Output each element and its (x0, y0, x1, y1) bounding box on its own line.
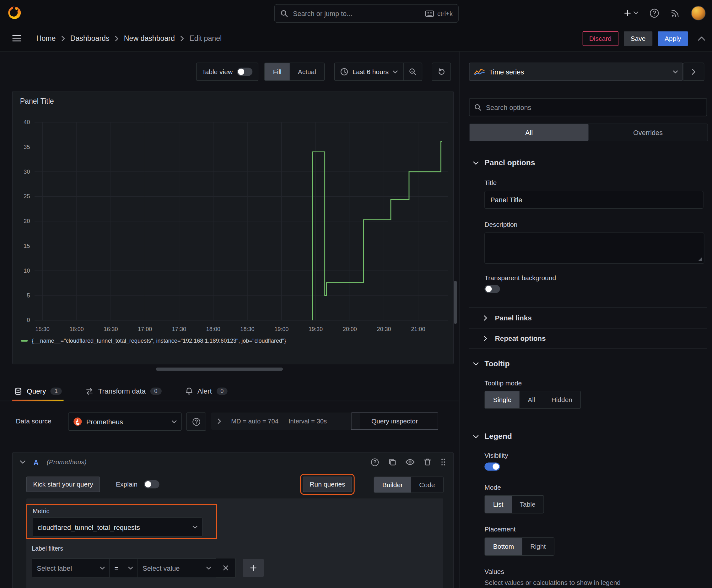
legend-placement-switch: Bottom Right (484, 538, 554, 555)
actual-option[interactable]: Actual (290, 63, 324, 80)
legend-header[interactable]: Legend (473, 432, 512, 441)
tab-overrides[interactable]: Overrides (589, 124, 708, 141)
database-icon (14, 387, 22, 395)
time-range-picker[interactable]: Last 6 hours (335, 63, 403, 80)
apply-button[interactable]: Apply (658, 31, 688, 46)
options-search[interactable]: Search options (469, 98, 707, 115)
visualization-value: Time series (489, 68, 669, 76)
builder-option[interactable]: Builder (374, 477, 411, 492)
horizontal-scrollbar[interactable] (156, 368, 283, 371)
tooltip-all[interactable]: All (520, 391, 543, 408)
series-label[interactable]: {__name__="cloudflared_tunnel_total_requ… (32, 338, 286, 344)
query-datasource-hint: (Prometheus) (47, 458, 87, 465)
grafana-logo[interactable] (7, 5, 22, 20)
tab-query-label: Query (27, 387, 46, 395)
tooltip-hidden[interactable]: Hidden (543, 391, 581, 408)
svg-text:20: 20 (24, 218, 30, 224)
global-search-input[interactable]: Search or jump to... ctrl+k (274, 4, 459, 23)
chevron-down-icon (673, 70, 678, 73)
datasource-help-button[interactable] (186, 413, 206, 430)
mode-list[interactable]: List (485, 496, 512, 513)
collapse-options-button[interactable] (683, 63, 704, 81)
visibility-toggle[interactable] (484, 462, 500, 470)
label-select[interactable]: Select label (32, 559, 110, 578)
close-icon (223, 565, 228, 570)
tab-query[interactable]: Query 1 (12, 382, 64, 401)
placement-right[interactable]: Right (522, 538, 554, 555)
help-button[interactable] (649, 8, 659, 18)
query-options-bar[interactable]: MD = auto = 704 Interval = 30s (211, 413, 360, 430)
user-avatar[interactable] (691, 6, 706, 20)
time-series-chart[interactable]: 051015202530354015:3016:0016:3017:0017:3… (13, 114, 453, 341)
data-source-picker[interactable]: Prometheus (68, 413, 182, 430)
placement-bottom[interactable]: Bottom (485, 538, 522, 555)
description-textarea[interactable] (484, 233, 704, 264)
svg-text:35: 35 (24, 144, 30, 150)
explain-toggle[interactable] (144, 480, 159, 488)
transform-icon (85, 387, 93, 395)
description-label: Description (484, 221, 517, 228)
resize-handle[interactable] (698, 257, 702, 261)
breadcrumb-new-dashboard[interactable]: New dashboard (124, 35, 175, 43)
tab-all[interactable]: All (470, 124, 589, 141)
top-navbar: Search or jump to... ctrl+k (0, 0, 712, 26)
value-select[interactable]: Select value (138, 559, 216, 578)
mode-label: Mode (484, 484, 501, 491)
prometheus-icon (73, 417, 82, 426)
max-data-points: MD = auto = 704 (231, 417, 278, 425)
table-view-toggle[interactable] (237, 68, 253, 76)
svg-text:15: 15 (24, 243, 30, 249)
transparent-background-toggle[interactable] (484, 285, 500, 293)
builder-code-switch: Builder Code (373, 477, 443, 493)
remove-filter-button[interactable] (216, 558, 235, 578)
panel-options-header[interactable]: Panel options (473, 159, 535, 168)
panel-links-row[interactable]: Panel links (469, 307, 707, 328)
zoom-out-button[interactable] (403, 63, 422, 80)
code-option[interactable]: Code (411, 477, 443, 492)
panel-title-input[interactable] (484, 191, 703, 208)
tab-transform-data[interactable]: Transform data 0 (84, 382, 163, 401)
discard-button[interactable]: Discard (582, 31, 618, 46)
menu-toggle-button[interactable] (12, 34, 21, 42)
help-icon[interactable] (370, 458, 379, 466)
tab-alert[interactable]: Alert 0 (184, 382, 230, 401)
collapse-query-icon[interactable] (20, 460, 25, 464)
query-ref-id[interactable]: A (34, 458, 39, 466)
breadcrumb-dashboards[interactable]: Dashboards (70, 35, 110, 43)
chevron-down-icon (473, 362, 478, 366)
editor-tabs: Query 1 Transform data 0 Alert 0 (12, 382, 230, 401)
global-search-placeholder: Search or jump to... (293, 9, 421, 17)
news-button[interactable] (670, 8, 680, 18)
query-inspector-button[interactable]: Query inspector (351, 413, 438, 430)
eye-icon[interactable] (406, 458, 415, 465)
vertical-scrollbar[interactable] (454, 281, 457, 324)
chevron-up-icon[interactable] (698, 37, 705, 41)
visualization-picker[interactable]: Time series (469, 63, 683, 80)
repeat-options-row[interactable]: Repeat options (469, 328, 707, 349)
refresh-button[interactable] (432, 63, 451, 81)
values-label: Values (484, 568, 504, 575)
mode-table[interactable]: Table (511, 496, 543, 513)
svg-text:20:30: 20:30 (377, 326, 391, 332)
run-queries-button[interactable]: Run queries (303, 477, 352, 492)
fill-option[interactable]: Fill (265, 63, 290, 80)
add-filter-button[interactable] (243, 559, 264, 577)
chevron-right-icon (483, 336, 487, 341)
operator-select[interactable]: = (110, 559, 138, 578)
tooltip-header[interactable]: Tooltip (473, 359, 510, 369)
duplicate-icon[interactable] (388, 458, 396, 466)
values-hint: Select values or calculations to show in… (484, 579, 621, 586)
trash-icon[interactable] (424, 458, 431, 466)
metric-select[interactable]: cloudflared_tunnel_total_requests (33, 517, 202, 536)
kick-start-button[interactable]: Kick start your query (26, 477, 100, 492)
svg-text:17:30: 17:30 (172, 326, 186, 332)
time-series-icon (474, 68, 485, 76)
tooltip-mode-switch: Single All Hidden (484, 391, 581, 409)
options-sidebar: Time series Search options All Overrides (459, 51, 712, 588)
drag-handle-icon[interactable] (440, 458, 446, 466)
breadcrumb-home[interactable]: Home (37, 35, 56, 43)
tooltip-single[interactable]: Single (485, 391, 520, 408)
svg-text:40: 40 (24, 119, 30, 125)
new-menu-button[interactable] (624, 9, 639, 17)
save-button[interactable]: Save (624, 31, 652, 46)
